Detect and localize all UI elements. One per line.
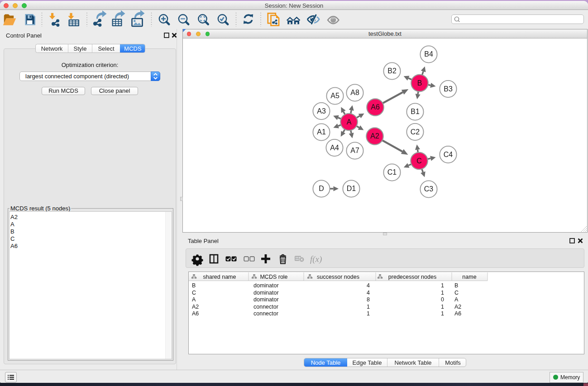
svg-text:1: 1 xyxy=(441,304,444,310)
svg-text:B4: B4 xyxy=(424,50,433,58)
svg-text:A: A xyxy=(454,296,459,303)
svg-text:shared name: shared name xyxy=(203,274,236,280)
svg-text:1: 1 xyxy=(441,310,444,317)
svg-text:connector: connector xyxy=(253,310,278,317)
svg-text:8: 8 xyxy=(367,296,370,303)
svg-text:A2: A2 xyxy=(370,132,379,140)
svg-text:A6: A6 xyxy=(192,310,199,317)
svg-text:A1: A1 xyxy=(317,128,326,136)
svg-text:connector: connector xyxy=(253,304,278,310)
svg-text:C1: C1 xyxy=(387,168,397,176)
svg-text:C2: C2 xyxy=(411,128,420,136)
svg-text:dominator: dominator xyxy=(253,296,279,303)
svg-text:B: B xyxy=(192,282,196,289)
svg-text:1: 1 xyxy=(367,304,370,310)
svg-text:A7: A7 xyxy=(350,147,359,154)
svg-text:f(x): f(x) xyxy=(310,254,322,264)
svg-text:dominator: dominator xyxy=(253,290,279,296)
svg-text:B3: B3 xyxy=(444,85,453,93)
svg-text:C: C xyxy=(192,290,196,296)
svg-text:A5: A5 xyxy=(330,92,339,100)
svg-text:A: A xyxy=(347,118,352,126)
svg-text:1: 1 xyxy=(441,282,444,289)
svg-text:dominator: dominator xyxy=(253,282,279,289)
svg-text:MCDS role: MCDS role xyxy=(260,274,287,280)
svg-text:successor nodes: successor nodes xyxy=(317,274,359,280)
svg-text:A6: A6 xyxy=(371,103,380,111)
svg-text:C: C xyxy=(416,157,422,165)
svg-text:B: B xyxy=(417,79,422,87)
svg-text:A2: A2 xyxy=(192,304,199,310)
svg-text:B1: B1 xyxy=(411,108,420,115)
svg-text:D1: D1 xyxy=(347,185,356,192)
svg-text:C: C xyxy=(454,290,459,296)
svg-text:A: A xyxy=(192,296,196,303)
svg-text:1: 1 xyxy=(441,290,444,296)
svg-text:predecessor nodes: predecessor nodes xyxy=(388,274,436,280)
svg-text:A2: A2 xyxy=(454,304,461,310)
svg-text:D: D xyxy=(319,185,324,192)
svg-text:4: 4 xyxy=(367,282,370,289)
svg-text:A3: A3 xyxy=(317,107,326,115)
svg-text:B: B xyxy=(454,282,458,289)
svg-text:A8: A8 xyxy=(350,89,359,96)
svg-text:C3: C3 xyxy=(424,185,434,193)
svg-text:A4: A4 xyxy=(330,144,339,152)
svg-text:name: name xyxy=(462,274,476,280)
svg-text:A6: A6 xyxy=(454,310,461,317)
svg-text:0: 0 xyxy=(441,296,444,303)
svg-text:B2: B2 xyxy=(387,67,397,75)
svg-text:4: 4 xyxy=(367,290,370,296)
svg-text:C4: C4 xyxy=(444,151,453,158)
svg-text:1: 1 xyxy=(367,310,370,317)
